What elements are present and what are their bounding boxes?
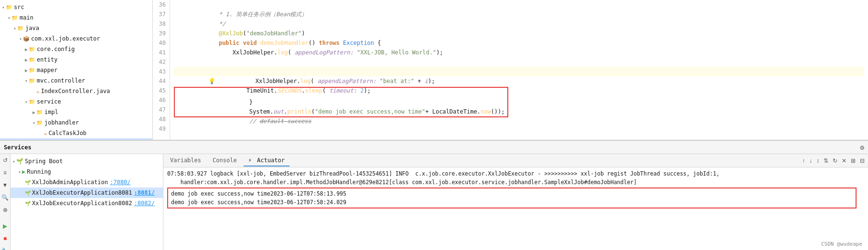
arrow-running: ▾ <box>18 169 21 175</box>
tree-item-src[interactable]: ▾ 📁 src <box>0 2 152 12</box>
tree-item-mapper[interactable]: ▶ 📁 mapper <box>0 65 152 75</box>
folder-icon-jobhandler: 📁 <box>36 120 43 126</box>
console-btn-6[interactable]: ✕ <box>840 156 848 165</box>
code-line-43: 💡 XxlJobHelper.log( appendLogPattern: "b… <box>174 67 864 76</box>
java-icon-calc-task-job: ☕ <box>44 130 47 136</box>
run-button[interactable]: ▶ <box>2 222 8 230</box>
tree-item-java[interactable]: ▾ 📁 java <box>0 23 152 33</box>
console-content: 07:58:03.927 logback [xxl-job, EmbedServ… <box>163 167 868 250</box>
executor-8081-icon: 🌱 <box>25 190 31 196</box>
tree-label-executor: com.xxl.job.executor <box>31 35 100 42</box>
code-line-40: XxlJobHelper.log( appendLogPattern: "XXL… <box>174 38 864 48</box>
executor-8082-icon: 🌱 <box>25 201 31 206</box>
refresh-services-button[interactable]: ↺ <box>2 156 9 165</box>
tree-label-mapper: mapper <box>37 67 57 73</box>
tab-actuator[interactable]: ⚡ Actuator <box>244 155 289 167</box>
tree-label-mvc-controller: mvc.controller <box>37 77 85 84</box>
arrow-java: ▾ <box>13 26 16 31</box>
running-icon: ▶ <box>22 168 25 175</box>
console-btn-3[interactable]: ↕ <box>815 156 821 165</box>
tab-variables[interactable]: Variables <box>165 155 206 167</box>
line-numbers: 36 37 38 39 40 41 42 43 44 45 46 47 48 4… <box>153 0 170 140</box>
log-red-box: demo job exec success,now time2023-06-12… <box>167 188 857 208</box>
code-line-45: } <box>177 88 505 97</box>
executor-8081-label: XxlJobExecutorApplication8081 <box>32 189 132 196</box>
folder-icon-core-config: 📁 <box>29 46 35 52</box>
tree-label-index-controller: IndexController.java <box>41 88 110 94</box>
tree-label-src: src <box>14 4 24 10</box>
tree-item-sample-xxl-job[interactable]: 🌱 SampleXxlJob <box>0 138 152 140</box>
executor-8082-port[interactable]: :8082/ <box>134 200 155 207</box>
xxl-job-admin-app[interactable]: 🌱 XxlJobAdminApplication :7080/ <box>11 177 163 188</box>
running-group[interactable]: ▾ ▶ Running <box>11 167 163 177</box>
executor-8081-port[interactable]: :8081/ <box>134 189 155 196</box>
admin-app-port[interactable]: :7080/ <box>110 179 130 186</box>
code-line-41 <box>174 48 864 57</box>
add-services-button[interactable]: ⊕ <box>2 206 9 214</box>
folder-icon-impl: 📁 <box>36 109 43 115</box>
arrow-service: ▾ <box>25 99 28 104</box>
settings-icon[interactable]: ⚙ <box>860 144 864 151</box>
tree-item-impl[interactable]: ▶ 📁 impl <box>0 107 152 117</box>
running-label: Running <box>27 168 51 175</box>
log-line-2: handler:com.xxl.job.core.handler.impl.Me… <box>167 178 864 187</box>
code-line-48: } <box>174 136 864 140</box>
tree-item-core-config[interactable]: ▶ 📁 core.config <box>0 44 152 54</box>
java-icon-index-controller: ☕ <box>36 88 40 94</box>
console-btn-1[interactable]: ↑ <box>801 156 806 165</box>
console-tabs: Variables Console ⚡ Actuator ↑ ↓ ↕ ⇅ ↻ ✕… <box>163 154 868 167</box>
arrow-jobhandler: ▾ <box>32 120 35 125</box>
tab-actuator-label: Actuator <box>257 157 285 164</box>
admin-app-icon: 🌱 <box>25 180 31 185</box>
console-btn-7[interactable]: ⊞ <box>849 156 857 165</box>
actuator-icon: ⚡ <box>248 157 252 164</box>
arrow-mapper: ▶ <box>25 68 28 73</box>
xxl-job-executor-8081[interactable]: 🌱 XxlJobExecutorApplication8081 :8081/ <box>11 188 163 198</box>
services-header: Services ⚙ <box>0 141 868 154</box>
tree-label-jobhandler: jobhandler <box>44 119 79 126</box>
tree-label-service: service <box>37 98 61 105</box>
code-line-44: TimeUnit.SECONDS.sleep( timeout: 2); <box>174 76 864 86</box>
tree-item-jobhandler[interactable]: ▾ 📁 jobhandler <box>0 117 152 128</box>
console-btn-2[interactable]: ↓ <box>808 156 814 165</box>
expand-all-button[interactable]: ≡ <box>2 168 8 177</box>
tree-item-service[interactable]: ▾ 📁 service <box>0 96 152 107</box>
tools-button[interactable]: 🔧 <box>0 247 10 250</box>
tree-item-package-executor[interactable]: ▾ 📦 com.xxl.job.executor <box>0 33 152 44</box>
services-left-toolbar: ↺ ≡ ▼ 🔍 ⊕ ▶ ■ 🔧 <box>0 154 11 250</box>
red-box-code: } System.out.println("demo job exec succ… <box>174 87 864 135</box>
stop-button[interactable]: ■ <box>2 234 8 243</box>
tree-item-mvc-controller[interactable]: ▾ 📁 mvc.controller <box>0 75 152 86</box>
tree-label-calc-task-job: CalcTaskJob <box>49 130 86 136</box>
services-tree: ▾ 🌱 Spring Boot ▾ ▶ Running 🌱 XxlJobAdmi… <box>11 154 163 250</box>
console-btn-8[interactable]: ⊟ <box>858 156 866 165</box>
spring-boot-group[interactable]: ▾ 🌱 Spring Boot <box>11 156 163 167</box>
arrow-main: ▾ <box>8 15 11 21</box>
services-panel: Services ⚙ ↺ ≡ ▼ 🔍 ⊕ ▶ ■ 🔧 ▾ 🌱 Spring Bo… <box>0 140 868 250</box>
xxl-job-executor-8082[interactable]: 🌱 XxlJobExecutorApplication8082 :8082/ <box>11 198 163 208</box>
tree-item-main[interactable]: ▾ 📁 main <box>0 12 152 23</box>
console-btn-5[interactable]: ↻ <box>831 156 839 165</box>
tree-item-calc-task-job[interactable]: ☕ CalcTaskJob <box>0 128 152 138</box>
tree-label-entity: entity <box>37 56 57 63</box>
folder-icon-java: 📁 <box>17 25 24 31</box>
code-content[interactable]: * 1. 简单任务示例（Bean模式） */ @XxlJob("demoJobH… <box>170 0 868 140</box>
admin-app-label: XxlJobAdminApplication <box>32 179 108 186</box>
search-services-button[interactable]: 🔍 <box>0 193 10 202</box>
spring-boot-label: Spring Boot <box>25 158 63 165</box>
code-editor: 36 37 38 39 40 41 42 43 44 45 46 47 48 4… <box>153 0 868 140</box>
tree-label-impl: impl <box>44 109 58 115</box>
arrow-src: ▾ <box>2 5 5 10</box>
code-line-36: * 1. 简单任务示例（Bean模式） <box>174 0 864 10</box>
log-line-1: 07:58:03.927 logback [xxl-job, EmbedServ… <box>167 169 864 178</box>
tab-console-label: Console <box>213 157 237 164</box>
folder-icon-src: 📁 <box>6 4 12 10</box>
tab-console[interactable]: Console <box>208 155 242 167</box>
console-btn-4[interactable]: ⇅ <box>822 156 830 165</box>
tree-item-index-controller[interactable]: ☕ IndexController.java <box>0 86 152 96</box>
filter-button[interactable]: ▼ <box>1 181 9 189</box>
tree-item-entity[interactable]: ▶ 📁 entity <box>0 54 152 65</box>
watermark: CSDN @wudeape <box>821 241 862 247</box>
folder-icon-entity: 📁 <box>29 57 35 63</box>
tree-label-core-config: core.config <box>37 46 75 52</box>
